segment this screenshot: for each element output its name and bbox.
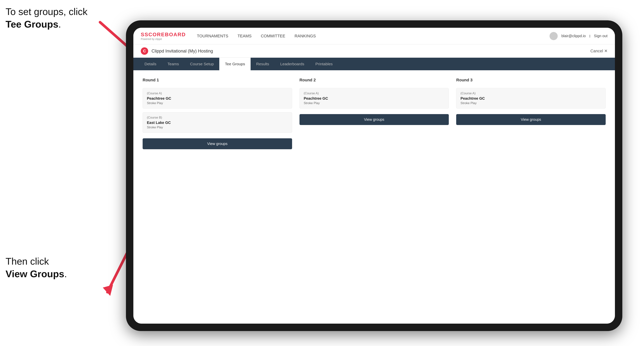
logo-sub: Powered by clippit xyxy=(141,37,186,40)
round-1-column: Round 1 (Course A) Peachtree GC Stroke P… xyxy=(142,78,292,149)
round-2-course-a-name: Peachtree GC xyxy=(304,96,445,101)
round-3-view-groups-button[interactable]: View groups xyxy=(456,114,606,125)
tab-teams[interactable]: Teams xyxy=(162,58,184,70)
nav-tournaments[interactable]: TOURNAMENTS xyxy=(197,34,228,38)
logo-scoreboard: SSCOREBOARD xyxy=(141,32,186,37)
round-3-course-a-name: Peachtree GC xyxy=(460,96,602,101)
logo-area: SSCOREBOARD Powered by clippit xyxy=(141,32,186,40)
cancel-button[interactable]: Cancel ✕ xyxy=(590,49,608,53)
round-1-course-a-label: (Course A) xyxy=(147,92,288,95)
instruction-top-line1: To set groups, click xyxy=(6,6,88,17)
nav-links: TOURNAMENTS TEAMS COMMITTEE RANKINGS xyxy=(197,34,550,38)
top-nav: SSCOREBOARD Powered by clippit TOURNAMEN… xyxy=(133,28,615,44)
nav-user-email[interactable]: blair@clippd.io xyxy=(562,34,586,38)
round-1-course-b-card: (Course B) East Lake GC Stroke Play xyxy=(142,112,292,133)
sub-header: C Clippd Invitational (My) Hosting Cance… xyxy=(133,44,615,58)
round-2-course-a-format: Stroke Play xyxy=(304,101,445,105)
tablet-screen: SSCOREBOARD Powered by clippit TOURNAMEN… xyxy=(133,28,615,324)
round-1-view-groups-button[interactable]: View groups xyxy=(142,138,292,149)
round-2-course-a-card: (Course A) Peachtree GC Stroke Play xyxy=(300,88,449,109)
round-1-course-a-format: Stroke Play xyxy=(147,101,288,105)
sub-header-title: Clippd Invitational (My) Hosting xyxy=(152,48,590,54)
tab-details[interactable]: Details xyxy=(139,58,162,70)
round-2-course-a-label: (Course A) xyxy=(304,92,445,95)
tablet-frame: SSCOREBOARD Powered by clippit TOURNAMEN… xyxy=(126,20,622,331)
round-3-title: Round 3 xyxy=(456,78,606,82)
nav-rankings[interactable]: RANKINGS xyxy=(294,34,316,38)
round-1-course-a-card: (Course A) Peachtree GC Stroke Play xyxy=(142,88,292,109)
instruction-top-bold: Tee Groups xyxy=(6,19,58,30)
round-1-course-a-name: Peachtree GC xyxy=(147,96,288,101)
instruction-top-punct: . xyxy=(58,19,61,30)
round-1-title: Round 1 xyxy=(142,78,292,82)
tab-printables[interactable]: Printables xyxy=(310,58,338,70)
nav-teams[interactable]: TEAMS xyxy=(238,34,252,38)
instruction-bottom-line1: Then click xyxy=(6,256,49,267)
tab-leaderboards[interactable]: Leaderboards xyxy=(275,58,310,70)
round-3-column: Round 3 (Course A) Peachtree GC Stroke P… xyxy=(456,78,606,149)
nav-avatar xyxy=(550,32,558,40)
round-2-view-groups-button[interactable]: View groups xyxy=(300,114,449,125)
round-3-course-a-format: Stroke Play xyxy=(460,101,602,105)
nav-right: blair@clippd.io | Sign out xyxy=(550,32,608,40)
instruction-bottom-bold: View Groups xyxy=(6,269,64,279)
round-3-course-a-card: (Course A) Peachtree GC Stroke Play xyxy=(456,88,606,109)
nav-committee[interactable]: COMMITTEE xyxy=(261,34,285,38)
round-1-course-b-name: East Lake GC xyxy=(147,121,288,125)
round-2-column: Round 2 (Course A) Peachtree GC Stroke P… xyxy=(300,78,449,149)
instruction-top: To set groups, click Tee Groups. xyxy=(6,5,88,30)
sub-header-logo: C xyxy=(141,47,148,55)
round-3-course-a-label: (Course A) xyxy=(460,92,602,95)
main-content: Round 1 (Course A) Peachtree GC Stroke P… xyxy=(133,70,615,324)
nav-pipe: | xyxy=(589,34,590,38)
round-1-course-b-label: (Course B) xyxy=(147,116,288,120)
rounds-grid: Round 1 (Course A) Peachtree GC Stroke P… xyxy=(142,78,606,149)
nav-sign-out[interactable]: Sign out xyxy=(594,34,608,38)
tab-tee-groups[interactable]: Tee Groups xyxy=(219,58,250,70)
instruction-bottom: Then click View Groups. xyxy=(6,255,67,280)
tab-results[interactable]: Results xyxy=(250,58,275,70)
round-1-course-b-format: Stroke Play xyxy=(147,126,288,129)
svg-marker-3 xyxy=(103,285,113,296)
tab-bar: Details Teams Course Setup Tee Groups Re… xyxy=(133,58,615,70)
tab-course-setup[interactable]: Course Setup xyxy=(184,58,219,70)
round-2-title: Round 2 xyxy=(300,78,449,82)
instruction-bottom-punct: . xyxy=(64,269,67,279)
